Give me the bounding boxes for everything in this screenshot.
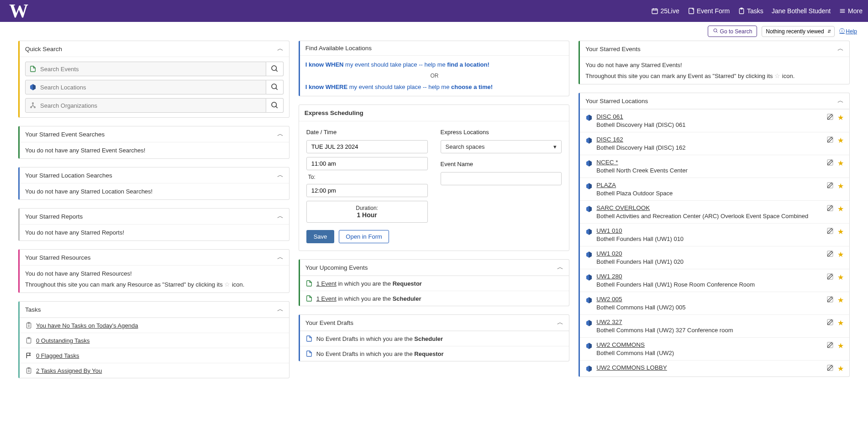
edit-icon[interactable]: [826, 159, 834, 167]
edit-icon[interactable]: [826, 227, 834, 236]
know-where-link[interactable]: I know WHERE my event should take place …: [305, 84, 493, 90]
nav-event-form[interactable]: Event Form: [688, 7, 730, 15]
help-link[interactable]: ⓘ Help: [839, 27, 857, 35]
collapse-button[interactable]: ︿: [277, 253, 284, 261]
event-name-input[interactable]: [441, 172, 562, 185]
where-pre: I know WHERE: [305, 84, 347, 90]
star-toggle[interactable]: ★: [837, 182, 844, 190]
search-locations-button[interactable]: [266, 80, 284, 94]
end-time-input[interactable]: [306, 184, 428, 197]
star-toggle[interactable]: ★: [837, 364, 844, 373]
star-toggle[interactable]: ★: [837, 250, 844, 259]
location-row: SARC OVERLOOKBothell Activities and Recr…: [580, 200, 849, 223]
location-name-link[interactable]: UW1 010: [596, 227, 622, 234]
location-name-link[interactable]: DISC 162: [596, 136, 623, 143]
open-in-form-button[interactable]: Open in Form: [339, 230, 389, 243]
collapse-button[interactable]: ︿: [277, 130, 284, 138]
collapse-button[interactable]: ︿: [557, 263, 563, 272]
requestor-role: Requestor: [393, 280, 422, 287]
when-pre: I know WHEN: [305, 61, 344, 68]
nav-tasks-label: Tasks: [747, 7, 763, 15]
location-name-link[interactable]: SARC OVERLOOK: [596, 204, 650, 211]
search-events-button[interactable]: [266, 62, 284, 76]
location-name-link[interactable]: UW2 COMMONS: [596, 341, 645, 348]
requestor-mid: in which you are the: [337, 280, 393, 287]
location-name-link[interactable]: UW1 280: [596, 273, 622, 280]
edit-icon[interactable]: [826, 273, 834, 282]
tasks-assigned-link[interactable]: 2 Tasks Assigned By You: [36, 367, 284, 374]
location-icon: [585, 297, 593, 304]
edit-icon[interactable]: [826, 113, 834, 122]
clipboard-icon: [738, 7, 745, 15]
search-events-input[interactable]: [40, 66, 262, 73]
express-locations-select[interactable]: Search spaces ▾: [441, 140, 562, 153]
edit-icon[interactable]: [826, 319, 834, 327]
requestor-count-link[interactable]: 1 Event: [316, 280, 337, 287]
uw-logo[interactable]: W: [5, 0, 30, 22]
star-toggle[interactable]: ★: [837, 341, 844, 350]
location-row: NCEC *Bothell North Creek Events Center★: [580, 155, 849, 178]
star-toggle[interactable]: ★: [837, 159, 844, 167]
search-icon: [270, 64, 279, 74]
nav-more[interactable]: More: [839, 7, 863, 15]
hint-post: icon.: [232, 281, 244, 288]
search-icon: [270, 101, 279, 110]
save-button[interactable]: Save: [306, 230, 335, 243]
edit-icon[interactable]: [826, 182, 834, 190]
svg-point-10: [272, 102, 277, 107]
collapse-button[interactable]: ︿: [837, 45, 844, 53]
quick-search-title: Quick Search: [25, 46, 62, 52]
edit-icon[interactable]: [826, 250, 834, 259]
know-when-link[interactable]: I know WHEN my event should take place -…: [305, 61, 489, 68]
duration-value: 1 Hour: [310, 211, 424, 219]
edit-icon[interactable]: [826, 364, 834, 373]
star-toggle[interactable]: ★: [837, 319, 844, 327]
tasks-flagged-link[interactable]: 0 Flagged Tasks: [36, 352, 284, 359]
star-toggle[interactable]: ★: [837, 136, 844, 145]
star-toggle[interactable]: ★: [837, 273, 844, 282]
collapse-button[interactable]: ︿: [277, 45, 284, 53]
start-time-input[interactable]: [306, 157, 428, 170]
location-name-link[interactable]: UW1 020: [596, 250, 622, 257]
location-name-link[interactable]: PLAZA: [596, 182, 616, 188]
location-description: Bothell Founders Hall (UW1) 020: [596, 258, 823, 265]
empty-message: You do not have any Starred Resources!: [25, 270, 284, 277]
edit-icon[interactable]: [826, 204, 834, 213]
nav-tasks[interactable]: Tasks: [738, 7, 763, 15]
star-toggle[interactable]: ★: [837, 113, 844, 122]
star-toggle[interactable]: ★: [837, 296, 844, 304]
calendar-icon: [651, 7, 658, 15]
nav-more-label: More: [848, 7, 863, 15]
location-name-link[interactable]: UW2 005: [596, 296, 622, 303]
tasks-outstanding-link[interactable]: 0 Outstanding Tasks: [36, 337, 284, 344]
collapse-button[interactable]: ︿: [557, 319, 563, 327]
collapse-button[interactable]: ︿: [277, 305, 284, 314]
collapse-button[interactable]: ︿: [837, 97, 844, 105]
star-toggle[interactable]: ★: [837, 204, 844, 213]
search-organizations-button[interactable]: [266, 98, 284, 113]
draft-scheduler-pre: No Event Drafts in which you are the: [316, 335, 415, 342]
goto-search-button[interactable]: Go to Search: [708, 26, 758, 37]
edit-icon[interactable]: [826, 136, 834, 145]
collapse-button[interactable]: ︿: [277, 171, 284, 179]
star-toggle[interactable]: ★: [837, 227, 844, 236]
edit-icon[interactable]: [826, 296, 834, 304]
location-name-link[interactable]: DISC 061: [596, 113, 623, 120]
search-locations-input[interactable]: [40, 84, 262, 91]
location-name-link[interactable]: NCEC *: [596, 159, 618, 166]
location-name-link[interactable]: UW2 COMMONS LOBBY: [596, 364, 667, 371]
location-description: Bothell Founders Hall (UW1) Rose Room Co…: [596, 281, 823, 288]
collapse-button[interactable]: ︿: [277, 212, 284, 220]
top-nav: 25Live Event Form Tasks Jane Bothell Stu…: [651, 7, 863, 15]
nav-user[interactable]: Jane Bothell Student: [772, 7, 831, 15]
search-organizations-input[interactable]: [40, 102, 262, 109]
date-input[interactable]: [306, 140, 428, 153]
scheduler-count-link[interactable]: 1 Event: [316, 295, 337, 302]
tasks-agenda-link[interactable]: You have No Tasks on Today's Agenda: [36, 322, 284, 329]
recent-viewed-select[interactable]: Nothing recently viewed: [762, 26, 835, 37]
location-name-link[interactable]: UW2 327: [596, 319, 622, 325]
svg-point-6: [272, 84, 277, 89]
edit-icon[interactable]: [826, 341, 834, 350]
draft-icon: [305, 350, 313, 357]
nav-25live[interactable]: 25Live: [651, 7, 679, 15]
